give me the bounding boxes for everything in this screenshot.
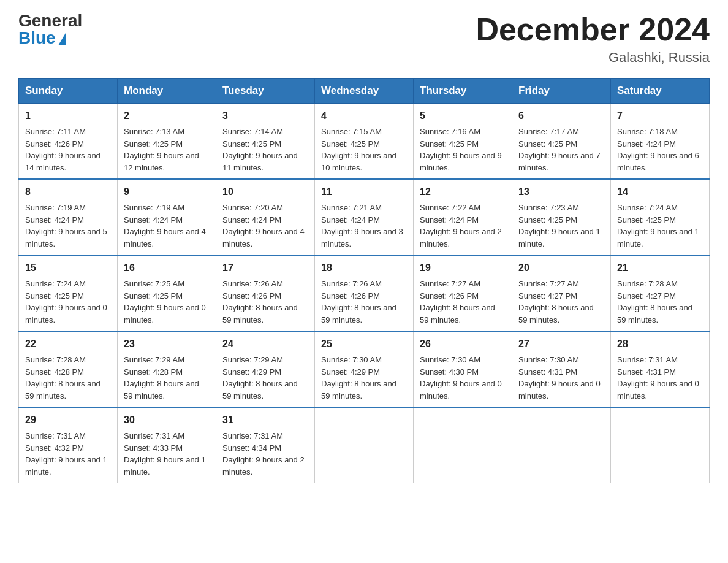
calendar-cell: 3 Sunrise: 7:14 AMSunset: 4:25 PMDayligh… [216,104,315,180]
day-info: Sunrise: 7:26 AMSunset: 4:26 PMDaylight:… [321,279,396,324]
calendar-cell: 8 Sunrise: 7:19 AMSunset: 4:24 PMDayligh… [19,179,118,255]
calendar-cell: 27 Sunrise: 7:30 AMSunset: 4:31 PMDaylig… [512,331,611,407]
day-info: Sunrise: 7:23 AMSunset: 4:25 PMDaylight:… [518,203,601,248]
day-info: Sunrise: 7:14 AMSunset: 4:25 PMDaylight:… [222,127,298,172]
day-number: 11 [321,185,407,199]
day-number: 21 [617,261,703,275]
day-number: 13 [518,185,604,199]
calendar-week-row: 22 Sunrise: 7:28 AMSunset: 4:28 PMDaylig… [19,331,710,407]
calendar-cell: 2 Sunrise: 7:13 AMSunset: 4:25 PMDayligh… [118,104,216,180]
calendar-cell: 19 Sunrise: 7:27 AMSunset: 4:26 PMDaylig… [414,255,512,331]
calendar-cell: 26 Sunrise: 7:30 AMSunset: 4:30 PMDaylig… [414,331,512,407]
day-info: Sunrise: 7:31 AMSunset: 4:32 PMDaylight:… [25,431,107,477]
calendar-cell: 23 Sunrise: 7:29 AMSunset: 4:28 PMDaylig… [118,331,216,407]
calendar-cell [414,407,512,483]
calendar-week-row: 29 Sunrise: 7:31 AMSunset: 4:32 PMDaylig… [19,407,710,483]
day-number: 15 [25,261,111,275]
day-number: 24 [222,337,308,351]
logo-general-text: General [18,12,82,29]
calendar-cell: 7 Sunrise: 7:18 AMSunset: 4:24 PMDayligh… [611,104,710,180]
day-info: Sunrise: 7:30 AMSunset: 4:30 PMDaylight:… [420,355,502,400]
day-info: Sunrise: 7:27 AMSunset: 4:26 PMDaylight:… [420,279,495,324]
day-number: 29 [25,413,111,427]
day-of-week-header: Friday [512,79,611,104]
location-label: Galashki, Russia [476,50,710,66]
calendar-cell: 15 Sunrise: 7:24 AMSunset: 4:25 PMDaylig… [19,255,118,331]
calendar-cell [611,407,710,483]
calendar-cell [315,407,414,483]
day-number: 16 [124,261,210,275]
calendar-cell: 25 Sunrise: 7:30 AMSunset: 4:29 PMDaylig… [315,331,414,407]
day-number: 27 [518,337,604,351]
calendar-week-row: 15 Sunrise: 7:24 AMSunset: 4:25 PMDaylig… [19,255,710,331]
calendar-cell: 24 Sunrise: 7:29 AMSunset: 4:29 PMDaylig… [216,331,315,407]
day-of-week-header: Tuesday [216,79,315,104]
day-info: Sunrise: 7:28 AMSunset: 4:28 PMDaylight:… [25,355,100,400]
calendar-cell: 1 Sunrise: 7:11 AMSunset: 4:26 PMDayligh… [19,104,118,180]
day-info: Sunrise: 7:27 AMSunset: 4:27 PMDaylight:… [518,279,594,324]
calendar-week-row: 1 Sunrise: 7:11 AMSunset: 4:26 PMDayligh… [19,104,710,180]
day-number: 1 [25,109,111,123]
day-number: 23 [124,337,210,351]
day-number: 30 [124,413,210,427]
calendar-cell: 11 Sunrise: 7:21 AMSunset: 4:24 PMDaylig… [315,179,414,255]
day-info: Sunrise: 7:22 AMSunset: 4:24 PMDaylight:… [420,203,502,248]
day-info: Sunrise: 7:26 AMSunset: 4:26 PMDaylight:… [222,279,298,324]
calendar-cell: 13 Sunrise: 7:23 AMSunset: 4:25 PMDaylig… [512,179,611,255]
day-number: 14 [617,185,703,199]
day-number: 8 [25,185,111,199]
day-number: 6 [518,109,604,123]
day-of-week-header: Saturday [611,79,710,104]
day-info: Sunrise: 7:16 AMSunset: 4:25 PMDaylight:… [420,127,502,172]
day-number: 9 [124,185,210,199]
logo-blue-text: Blue [18,29,66,47]
day-info: Sunrise: 7:11 AMSunset: 4:26 PMDaylight:… [25,127,100,172]
calendar-cell: 28 Sunrise: 7:31 AMSunset: 4:31 PMDaylig… [611,331,710,407]
calendar-cell: 29 Sunrise: 7:31 AMSunset: 4:32 PMDaylig… [19,407,118,483]
day-info: Sunrise: 7:19 AMSunset: 4:24 PMDaylight:… [25,203,107,248]
calendar-week-row: 8 Sunrise: 7:19 AMSunset: 4:24 PMDayligh… [19,179,710,255]
day-of-week-header: Thursday [414,79,512,104]
day-number: 31 [222,413,308,427]
day-info: Sunrise: 7:15 AMSunset: 4:25 PMDaylight:… [321,127,396,172]
logo-triangle-icon [58,33,66,45]
day-info: Sunrise: 7:19 AMSunset: 4:24 PMDaylight:… [124,203,206,248]
day-info: Sunrise: 7:17 AMSunset: 4:25 PMDaylight:… [518,127,601,172]
day-info: Sunrise: 7:31 AMSunset: 4:33 PMDaylight:… [124,431,206,477]
day-number: 17 [222,261,308,275]
title-block: December 2024 Galashki, Russia [476,12,710,66]
day-number: 26 [420,337,506,351]
calendar-cell: 30 Sunrise: 7:31 AMSunset: 4:33 PMDaylig… [118,407,216,483]
day-info: Sunrise: 7:31 AMSunset: 4:34 PMDaylight:… [222,431,305,477]
calendar-cell: 20 Sunrise: 7:27 AMSunset: 4:27 PMDaylig… [512,255,611,331]
day-info: Sunrise: 7:13 AMSunset: 4:25 PMDaylight:… [124,127,199,172]
logo: General Blue [18,12,82,47]
day-number: 28 [617,337,703,351]
calendar-cell: 22 Sunrise: 7:28 AMSunset: 4:28 PMDaylig… [19,331,118,407]
day-number: 25 [321,337,407,351]
day-of-week-header: Wednesday [315,79,414,104]
calendar-cell: 12 Sunrise: 7:22 AMSunset: 4:24 PMDaylig… [414,179,512,255]
day-of-week-header: Monday [118,79,216,104]
day-of-week-header: Sunday [19,79,118,104]
day-info: Sunrise: 7:28 AMSunset: 4:27 PMDaylight:… [617,279,692,324]
day-number: 10 [222,185,308,199]
calendar-cell: 18 Sunrise: 7:26 AMSunset: 4:26 PMDaylig… [315,255,414,331]
day-info: Sunrise: 7:29 AMSunset: 4:28 PMDaylight:… [124,355,199,400]
month-year-title: December 2024 [476,12,710,47]
day-number: 18 [321,261,407,275]
day-info: Sunrise: 7:30 AMSunset: 4:31 PMDaylight:… [518,355,601,400]
day-info: Sunrise: 7:24 AMSunset: 4:25 PMDaylight:… [617,203,699,248]
day-info: Sunrise: 7:25 AMSunset: 4:25 PMDaylight:… [124,279,206,324]
day-info: Sunrise: 7:30 AMSunset: 4:29 PMDaylight:… [321,355,396,400]
calendar-cell: 21 Sunrise: 7:28 AMSunset: 4:27 PMDaylig… [611,255,710,331]
calendar-cell: 6 Sunrise: 7:17 AMSunset: 4:25 PMDayligh… [512,104,611,180]
calendar-cell: 14 Sunrise: 7:24 AMSunset: 4:25 PMDaylig… [611,179,710,255]
day-info: Sunrise: 7:29 AMSunset: 4:29 PMDaylight:… [222,355,298,400]
day-number: 20 [518,261,604,275]
calendar-cell: 5 Sunrise: 7:16 AMSunset: 4:25 PMDayligh… [414,104,512,180]
calendar-cell: 4 Sunrise: 7:15 AMSunset: 4:25 PMDayligh… [315,104,414,180]
day-number: 3 [222,109,308,123]
day-number: 19 [420,261,506,275]
calendar-cell: 17 Sunrise: 7:26 AMSunset: 4:26 PMDaylig… [216,255,315,331]
